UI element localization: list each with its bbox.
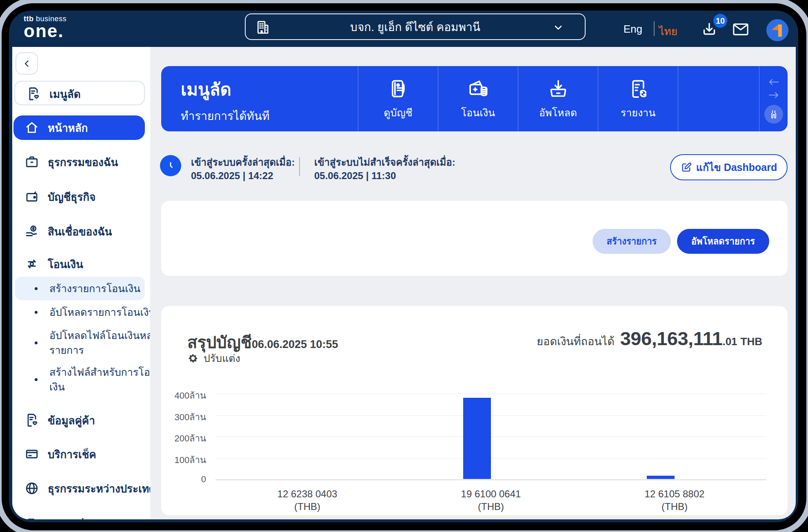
chart-ytick-label: 0 <box>165 474 206 485</box>
quick-action-label: ดูบัญชี <box>384 104 412 121</box>
quick-action-report[interactable]: รายงาน <box>598 66 678 131</box>
language-thai[interactable]: ไทย <box>659 23 677 40</box>
upload-transaction-button[interactable]: อัพโหลดรายการ <box>677 229 769 254</box>
sidebar-subitem[interactable]: อัปโหลดรายการโอนเงิน <box>15 300 145 324</box>
last-login-value: 05.06.2025 | 14:22 <box>191 169 296 182</box>
wallet-coins-icon <box>467 78 490 100</box>
screen: ttb business one. บจก. ยูเอ็ก ดีไซต์ คอม… <box>0 0 808 532</box>
sidebar: เมนูลัด หน้าหลักธุรกรรมของฉันบัญชีธุรกิจ… <box>12 47 150 519</box>
quick-action-label: โอนเงิน <box>461 104 495 121</box>
sidebar-item[interactable]: หน้าหลัก <box>13 115 145 140</box>
app-body: เมนูลัด หน้าหลักธุรกรรมของฉันบัญชีธุรกิจ… <box>12 47 796 519</box>
chart-category-unit: (THB) <box>215 500 399 513</box>
chart-category-label: 12 6105 8802 <box>583 488 766 500</box>
shortcut-menu-inner: เมนูลัด <box>15 82 147 106</box>
quick-action-upload-tray[interactable]: อัพโหลด <box>518 66 598 131</box>
sidebar-item-shortcut-menu[interactable]: เมนูลัด <box>14 81 145 105</box>
sidebar-collapse-button[interactable] <box>16 52 38 75</box>
chart-gridline <box>215 458 766 459</box>
chart-category: 12 6105 8802(THB) <box>583 488 766 513</box>
account-summary-card: สรุปบัญชี 06.06.2025 10:55 ปรับแต่ง ยอดเ… <box>161 306 788 515</box>
quick-action-passbook[interactable]: ดูบัญชี <box>358 66 438 131</box>
report-icon <box>627 78 650 100</box>
upload-transaction-label: อัพโหลดรายการ <box>691 234 755 248</box>
sidebar-item[interactable]: บัญชีธุรกิจ <box>13 184 145 209</box>
clock-icon <box>160 155 181 176</box>
chart-category-unit: (THB) <box>399 500 583 513</box>
chart-gridline <box>215 437 766 437</box>
quick-menu-banner: เมนูลัด ทำรายการได้ทันที ดูบัญชีโอนเงินอ… <box>161 66 788 131</box>
shortcut-menu-icon <box>26 86 41 101</box>
sidebar-item[interactable]: ธุรกรรมของฉัน <box>13 150 145 174</box>
edit-dashboard-button[interactable]: แก้ไข Dashboard <box>670 154 788 180</box>
chevron-down-icon <box>553 22 564 33</box>
chart-bar <box>463 398 491 479</box>
chart-gridline <box>215 479 766 480</box>
sidebar-item-label: เมนูลัด <box>49 86 81 102</box>
loan-icon <box>24 224 39 239</box>
sidebar-subitem[interactable]: สร้างรายการโอนเงิน <box>15 277 145 300</box>
home-icon <box>24 120 39 135</box>
sidebar-subitem-label: สร้างรายการโอนเงิน <box>49 281 140 296</box>
sidebar-subitem-label: อัปโหลดรายการโอนเงิน <box>49 305 150 319</box>
last-login-info: เข้าสู่ระบบครั้งล่าสุดเมื่อ: 05.06.2025 … <box>191 155 296 182</box>
cheque-icon <box>24 447 39 461</box>
chart-ytick-label: 200ล้าน <box>165 431 206 446</box>
bullet-dot <box>35 341 38 344</box>
main-content: เมนูลัด ทำรายการได้ทันที ดูบัญชีโอนเงินอ… <box>150 47 796 519</box>
account-summary-chart: 400ล้าน300ล้าน200ล้าน100ล้าน012 6238 040… <box>161 306 788 515</box>
app-window: ttb business one. บจก. ยูเอ็ก ดีไซต์ คอม… <box>9 11 798 522</box>
sidebar-item[interactable]: ข้อมูลคู่ค้า <box>13 408 145 432</box>
wallet-icon <box>24 189 39 204</box>
sidebar-subitem-label: อัปโหลดไฟล์โอนเงินหลายรายการ <box>49 328 150 357</box>
chart-ytick-label: 300ล้าน <box>165 410 206 424</box>
download-badge: 10 <box>713 14 727 28</box>
sidebar-item[interactable]: โอนเงิน <box>13 252 145 276</box>
edit-dashboard-label: แก้ไข Dashboard <box>696 159 777 175</box>
sidebar-item[interactable]: บริการเช็ค <box>13 442 145 466</box>
briefcase-icon <box>24 155 39 169</box>
top-bar: ttb business one. บจก. ยูเอ็ก ดีไซต์ คอม… <box>9 11 798 47</box>
login-info-divider <box>299 157 300 176</box>
building-icon <box>255 19 271 35</box>
chart-ytick-label: 400ล้าน <box>165 388 206 403</box>
chart-category-label: 19 6100 0641 <box>399 488 583 500</box>
customize-shortcuts-button[interactable] <box>764 105 783 124</box>
mail-icon[interactable] <box>732 22 749 37</box>
bullet-dot <box>35 311 38 314</box>
last-login-label: เข้าสู่ระบบครั้งล่าสุดเมื่อ: <box>191 155 296 169</box>
quick-action-wallet-coins[interactable]: โอนเงิน <box>438 66 518 131</box>
bullet-dot <box>35 287 38 290</box>
quick-menu-controls <box>759 66 788 131</box>
quick-action-label: อัพโหลด <box>539 104 577 121</box>
prev-arrow-icon[interactable] <box>768 78 779 86</box>
bullet-dot <box>35 378 38 381</box>
sidebar-item-label: ข้อมูลคู่ค้า <box>48 412 95 429</box>
chart-category-label: 12 6238 0403 <box>215 488 399 500</box>
sidebar-item[interactable]: สินเชื่อของฉัน <box>13 219 145 244</box>
sidebar-subitem-label: สร้างไฟล์สำหรับการโอนเงิน <box>49 365 150 394</box>
last-failed-login-info: เข้าสู่ระบบไม่สำเร็จครั้งล่าสุดเมื่อ: 05… <box>314 155 455 182</box>
chart-ytick-label: 100ล้าน <box>165 453 206 467</box>
sidebar-item[interactable]: ธุรกรรมระหว่างประเทศ <box>13 476 145 501</box>
sidebar-subitem[interactable]: อัปโหลดไฟล์โอนเงินหลายรายการ <box>15 327 145 359</box>
sidebar-item-label: บริการเช็ค <box>48 446 96 463</box>
language-divider <box>654 21 655 36</box>
chart-gridline <box>215 415 766 416</box>
sidebar-item-label: ธุรกรรมของฉัน <box>48 154 118 171</box>
chart-category: 12 6238 0403(THB) <box>215 488 399 513</box>
company-selector[interactable]: บจก. ยูเอ็ก ดีไซต์ คอมพานี <box>245 13 586 40</box>
quick-menu-subtitle: ทำรายการได้ทันที <box>181 107 358 125</box>
avatar[interactable] <box>766 19 788 41</box>
sidebar-item-label: บริการอื่นๆ <box>48 517 98 520</box>
create-transaction-button[interactable]: สร้างรายการ <box>593 229 671 254</box>
sidebar-item[interactable]: บริการอื่นๆ <box>13 513 145 519</box>
sidebar-item-label: ธุรกรรมระหว่างประเทศ <box>48 480 150 497</box>
sidebar-item-label: สินเชื่อของฉัน <box>48 223 112 240</box>
sidebar-subitem[interactable]: สร้างไฟล์สำหรับการโอนเงิน <box>15 364 145 395</box>
last-failed-login-value: 05.06.2025 | 11:30 <box>314 169 455 182</box>
next-arrow-icon[interactable] <box>768 91 779 99</box>
language-eng[interactable]: Eng <box>624 23 642 35</box>
chart-category: 19 6100 0641(THB) <box>399 488 583 513</box>
sidebar-item-label: หน้าหลัก <box>48 120 88 136</box>
